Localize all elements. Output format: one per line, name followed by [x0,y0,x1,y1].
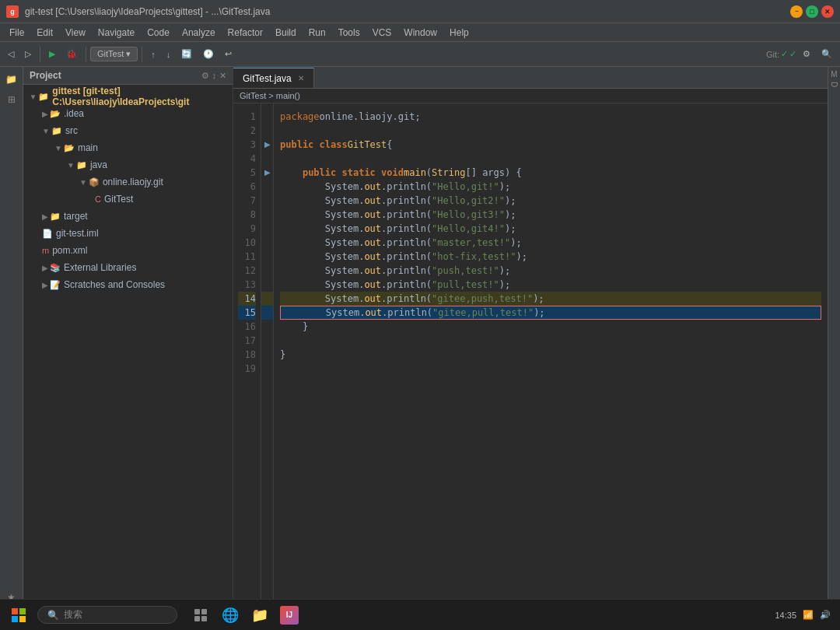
maximize-button[interactable]: □ [806,5,818,18]
svg-rect-1 [19,608,26,614]
toolbar-git-pull[interactable]: ↓ [162,47,176,61]
tree-label-ext-libs: External Libraries [64,262,136,273]
toolbar-forward-button[interactable]: ▷ [20,47,36,61]
arrow-scratches: ▶ [42,281,48,289]
titlebar: g git-test [C:\Users\liaojy\IdeaProjects… [0,0,840,23]
right-sidebar-strip: M D [828,67,840,607]
tree-label-gittest: GitTest [104,194,133,205]
main-area: 📁 ⊞ ★ Project ⚙ ↕ ✕ ▼ 📁 gittest [git-tes… [0,67,840,607]
tree-item-ext-libs[interactable]: ▶ 📚 External Libraries [23,259,233,276]
tree-item-iml[interactable]: 📄 git-test.iml [23,225,233,242]
code-content[interactable]: package online.liaojy.git; public class … [274,103,828,607]
strip-structure-icon[interactable]: ⊞ [2,90,21,109]
svg-rect-2 [12,616,18,622]
editor-tab-gittest[interactable]: GitTest.java ✕ [233,68,314,88]
menu-build[interactable]: Build [269,26,303,40]
app-icon: g [6,5,19,18]
project-close-icon[interactable]: ✕ [219,71,226,81]
code-line-9: System.out.println("Hello,git4!"); [280,222,821,236]
breadcrumb: GitTest > main() [233,89,828,103]
menu-edit[interactable]: Edit [30,26,59,40]
menu-view[interactable]: View [59,26,92,40]
toolbar-git-fetch[interactable]: 🔄 [177,47,197,61]
tree-item-idea[interactable]: ▶ 📂 .idea [23,105,233,122]
project-expand-icon[interactable]: ↕ [212,71,217,81]
toolbar-back-button[interactable]: ◁ [3,47,19,61]
code-line-17 [280,334,821,348]
code-line-5: public static void main(String[] args) { [280,166,821,180]
menu-help[interactable]: Help [443,26,475,40]
strip-project-icon[interactable]: 📁 [2,70,21,89]
src-folder-icon: 📁 [51,126,62,136]
svg-rect-3 [19,616,26,622]
menu-vcs[interactable]: VCS [366,26,398,40]
tree-item-gittest[interactable]: C GitTest [23,191,233,208]
toolbar-search-everywhere[interactable]: 🔍 [817,47,837,61]
intellij-icon: IJ [280,606,299,625]
menu-window[interactable]: Window [397,26,443,40]
window-title: git-test [C:\Users\liaojy\IdeaProjects\g… [25,6,790,17]
project-panel-title: Project [30,70,61,81]
tree-item-root[interactable]: ▼ 📁 gittest [git-test] C:\Users\liaojy\I… [23,88,233,105]
svg-rect-6 [194,616,200,621]
code-line-16: } [280,320,821,334]
root-folder-icon: 📁 [38,92,49,102]
close-button[interactable]: ✕ [821,5,834,18]
menu-refactor[interactable]: Refactor [222,26,269,40]
taskbar-intellij[interactable]: IJ [275,601,303,629]
taskbar-search-box[interactable]: 🔍 搜索 [37,606,177,624]
windows-start-button[interactable] [3,601,34,629]
taskbar-explorer[interactable]: 📁 [246,601,274,629]
code-line-10: System.out.println("master,test!"); [280,236,821,250]
tree-item-src[interactable]: ▼ 📁 src [23,122,233,139]
menu-navigate[interactable]: Navigate [92,26,141,40]
tray-sound-icon[interactable]: 🔊 [820,610,831,620]
code-area: 1 2 3 4 5 6 7 8 9 10 11 12 13 14 15 16 1… [233,103,828,607]
menu-file[interactable]: File [3,26,30,40]
tree-label-java: java [90,159,107,170]
run-gutter-class[interactable]: ▶ [261,138,273,152]
taskbar-taskview[interactable] [187,601,215,629]
tree-item-java[interactable]: ▼ 📁 java [23,156,233,173]
git-status-label: Git: [766,50,779,59]
tree-label-idea: .idea [64,108,84,119]
toolbar: ◁ ▷ ▶ 🐞 GitTest ▾ ↑ ↓ 🔄 🕐 ↩ Git: ✓ ✓ ⚙ 🔍 [0,42,840,67]
editor-tab-close[interactable]: ✕ [298,74,304,82]
tree-label-scratches: Scratches and Consoles [64,279,165,290]
code-line-15: System.out.println("gitee,pull,test!"); [280,306,821,320]
project-header-icons: ⚙ ↕ ✕ [201,71,227,81]
run-gutter-main[interactable]: ▶ [261,166,273,180]
toolbar-debug-button[interactable]: 🐞 [61,47,82,61]
tray-network-icon[interactable]: 📶 [803,610,814,620]
tree-item-scratches[interactable]: ▶ 📝 Scratches and Consoles [23,276,233,293]
menu-tools[interactable]: Tools [332,26,366,40]
toolbar-git-push[interactable]: ↑ [146,47,160,61]
menu-analyze[interactable]: Analyze [176,26,222,40]
code-line-13: System.out.println("pull,test!"); [280,278,821,292]
taskbar-edge[interactable]: 🌐 [216,601,244,629]
toolbar-git-history[interactable]: 🕐 [198,47,219,61]
toolbar-run-button[interactable]: ▶ [44,47,60,61]
taskbar-apps: 🌐 📁 IJ [187,601,303,629]
tree-item-package[interactable]: ▼ 📦 online.liaojy.git [23,173,233,191]
idea-folder-icon: 📂 [50,109,61,119]
maven-icon[interactable]: M [831,70,837,79]
editor-area: GitTest.java ✕ GitTest > main() 1 2 3 4 … [233,67,828,607]
breadcrumb-text: GitTest > main() [240,91,300,100]
line-numbers: 1 2 3 4 5 6 7 8 9 10 11 12 13 14 15 16 1… [233,103,261,607]
toolbar-git-revert[interactable]: ↩ [220,47,236,61]
tree-item-target[interactable]: ▶ 📁 target [23,208,233,225]
toolbar-settings[interactable]: ⚙ [798,47,815,61]
git-branch-label: GitTest [97,49,124,58]
menu-code[interactable]: Code [141,26,176,40]
pom-file-icon: m [42,246,49,255]
menu-run[interactable]: Run [303,26,332,40]
project-settings-icon[interactable]: ⚙ [201,71,209,81]
taskbar-search-icon: 🔍 [47,610,59,621]
git-branch-button[interactable]: GitTest ▾ [90,47,138,61]
main-folder-icon: 📂 [64,143,75,153]
database-label[interactable]: D [830,82,838,87]
tree-item-pom[interactable]: m pom.xml [23,242,233,259]
tree-item-main[interactable]: ▼ 📂 main [23,139,233,156]
minimize-button[interactable]: － [790,5,803,18]
